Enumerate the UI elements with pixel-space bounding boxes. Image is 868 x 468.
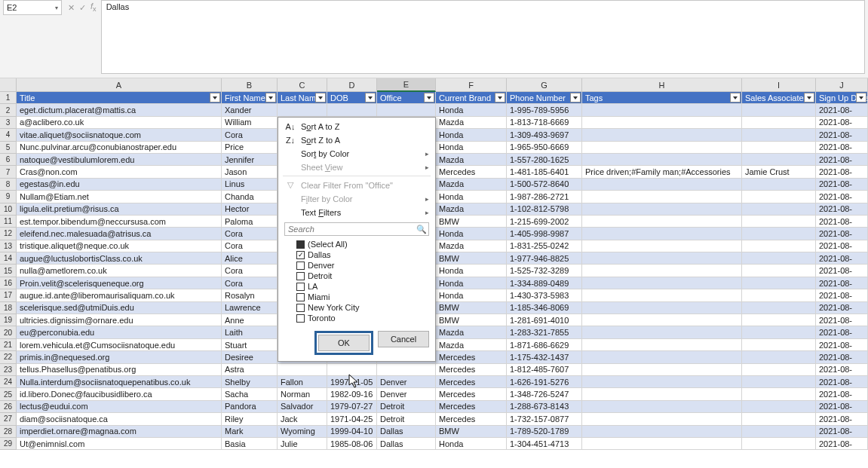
cell[interactable] bbox=[742, 117, 816, 129]
cell[interactable] bbox=[582, 252, 742, 265]
cell[interactable] bbox=[742, 426, 816, 438]
filter-button-I[interactable] bbox=[804, 93, 814, 102]
cell[interactable] bbox=[742, 252, 816, 265]
cell[interactable]: 2021-08- bbox=[816, 117, 868, 129]
cell[interactable]: 1-995-789-5956 bbox=[507, 104, 582, 116]
cell[interactable]: 2021-08- bbox=[816, 104, 868, 116]
row-number[interactable]: 3 bbox=[0, 117, 17, 129]
cell[interactable]: 1-732-157-0877 bbox=[507, 413, 582, 425]
cell[interactable] bbox=[742, 438, 816, 450]
cell[interactable] bbox=[582, 302, 742, 314]
cell[interactable]: Honda bbox=[436, 191, 507, 203]
cell[interactable]: Dallas bbox=[377, 438, 436, 450]
enter-icon[interactable]: ✓ bbox=[79, 3, 86, 13]
cell[interactable]: BMW bbox=[436, 314, 507, 326]
text-filters[interactable]: Text Filters▸ bbox=[278, 206, 435, 219]
cell[interactable]: Price bbox=[222, 142, 278, 154]
cell[interactable]: 1-987-286-2721 bbox=[507, 191, 582, 203]
ok-button[interactable]: OK bbox=[318, 335, 370, 351]
cell[interactable]: Linus bbox=[222, 179, 278, 191]
cell[interactable] bbox=[742, 216, 816, 228]
row-number[interactable]: 1 bbox=[0, 92, 17, 104]
cell[interactable]: 2021-08- bbox=[816, 228, 868, 240]
cell[interactable]: 2021-08- bbox=[816, 388, 868, 400]
filter-option[interactable]: New York City bbox=[296, 302, 429, 313]
cell[interactable]: Mazda bbox=[436, 154, 507, 166]
cell[interactable]: 2021-08- bbox=[816, 413, 868, 425]
filter-button-A[interactable] bbox=[210, 93, 220, 102]
cell[interactable]: Stuart bbox=[222, 339, 278, 351]
cell[interactable]: Chanda bbox=[222, 191, 278, 203]
cell[interactable] bbox=[742, 104, 816, 116]
cell[interactable]: 2021-08- bbox=[816, 426, 868, 438]
row-number[interactable]: 7 bbox=[0, 166, 17, 178]
header-cell-D[interactable]: DOB bbox=[327, 92, 377, 104]
filter-option[interactable]: LA bbox=[296, 281, 429, 292]
cell[interactable]: Alice bbox=[222, 252, 278, 265]
cell[interactable] bbox=[582, 265, 742, 277]
cell[interactable]: Mazda bbox=[436, 339, 507, 351]
cell[interactable]: Mark bbox=[222, 426, 278, 438]
cell[interactable]: Nunc.pulvinar.arcu@conubianostraper.edu bbox=[17, 142, 222, 154]
chevron-down-icon[interactable]: ▾ bbox=[55, 5, 58, 11]
cell[interactable]: 2021-08- bbox=[816, 314, 868, 326]
cell[interactable]: Honda bbox=[436, 228, 507, 240]
cell[interactable]: Mercedes bbox=[436, 351, 507, 363]
cell[interactable]: 1-215-699-2002 bbox=[507, 216, 582, 228]
name-box[interactable]: E2 ▾ bbox=[3, 0, 62, 15]
column-header-E[interactable]: E bbox=[377, 78, 436, 92]
cell[interactable] bbox=[582, 216, 742, 228]
header-cell-G[interactable]: Phone Number bbox=[507, 92, 582, 104]
cell[interactable]: 1-309-493-9697 bbox=[507, 129, 582, 141]
cell[interactable]: Dallas bbox=[377, 426, 436, 438]
cell[interactable]: Salvador bbox=[278, 401, 327, 413]
row-number[interactable]: 21 bbox=[0, 339, 17, 351]
cell[interactable]: 2021-08- bbox=[816, 438, 868, 450]
cell[interactable]: Pandora bbox=[222, 401, 278, 413]
filter-button-B[interactable] bbox=[265, 93, 276, 102]
cell[interactable]: 2021-08- bbox=[816, 364, 868, 376]
cell[interactable]: Paloma bbox=[222, 216, 278, 228]
cell[interactable]: Honda bbox=[436, 265, 507, 277]
cell[interactable]: 2021-08- bbox=[816, 277, 868, 289]
filter-option[interactable]: Denver bbox=[296, 260, 429, 271]
column-header-G[interactable]: G bbox=[507, 78, 582, 92]
filter-search[interactable]: 🔍 bbox=[284, 222, 429, 236]
row-number[interactable]: 22 bbox=[0, 351, 17, 363]
cell[interactable] bbox=[582, 339, 742, 351]
cell[interactable]: 1-871-686-6629 bbox=[507, 339, 582, 351]
cell[interactable]: eu@perconubia.edu bbox=[17, 326, 222, 338]
cell[interactable]: 1-304-451-4713 bbox=[507, 438, 582, 450]
cell[interactable]: primis.in@nequesed.org bbox=[17, 351, 222, 363]
cell[interactable]: 2021-08- bbox=[816, 289, 868, 301]
row-number[interactable]: 28 bbox=[0, 426, 17, 438]
row-number[interactable]: 26 bbox=[0, 401, 17, 413]
cell[interactable]: Ut@enimnisl.com bbox=[17, 438, 222, 450]
cell[interactable]: Denver bbox=[377, 376, 436, 388]
cell[interactable] bbox=[742, 142, 816, 154]
cell[interactable]: 2021-08- bbox=[816, 154, 868, 166]
filter-button-C[interactable] bbox=[315, 93, 326, 102]
cell[interactable] bbox=[582, 240, 742, 252]
cell[interactable] bbox=[582, 104, 742, 116]
row-number[interactable]: 17 bbox=[0, 289, 17, 301]
row-number[interactable]: 6 bbox=[0, 154, 17, 166]
cell[interactable]: egestas@in.edu bbox=[17, 179, 222, 191]
cell[interactable]: Rosalyn bbox=[222, 289, 278, 301]
row-number[interactable]: 14 bbox=[0, 252, 17, 265]
cell[interactable]: 2021-08- bbox=[816, 351, 868, 363]
cell[interactable]: 1-965-950-6669 bbox=[507, 142, 582, 154]
filter-checklist[interactable]: (Select All)DallasDenverDetroitLAMiamiNe… bbox=[296, 239, 429, 323]
cell[interactable]: Cras@non.com bbox=[17, 166, 222, 178]
cancel-icon[interactable]: ✕ bbox=[68, 3, 75, 13]
cell[interactable] bbox=[742, 203, 816, 216]
column-header-A[interactable]: A bbox=[17, 78, 222, 92]
row-number[interactable]: 8 bbox=[0, 179, 17, 191]
cell[interactable] bbox=[742, 401, 816, 413]
cell[interactable] bbox=[742, 326, 816, 338]
cell[interactable]: Jason bbox=[222, 166, 278, 178]
cell[interactable]: 1-430-373-5983 bbox=[507, 289, 582, 301]
checkbox-icon[interactable] bbox=[296, 314, 305, 323]
cell[interactable]: Cora bbox=[222, 129, 278, 141]
cell[interactable] bbox=[742, 388, 816, 400]
